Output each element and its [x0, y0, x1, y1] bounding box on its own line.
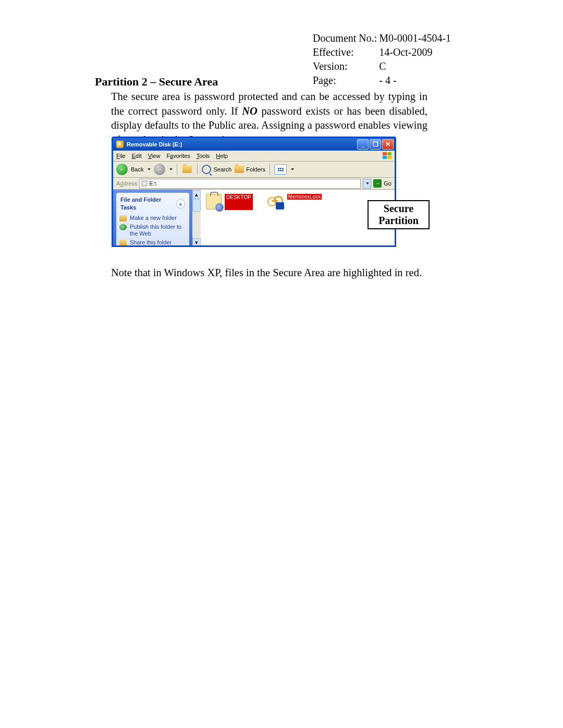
scroll-thumb[interactable]: [192, 199, 201, 212]
menu-favorites[interactable]: Favorites: [166, 152, 190, 160]
views-button[interactable]: [274, 164, 287, 175]
meta-label: Page:: [313, 73, 379, 88]
task-label: Share this folder: [130, 239, 172, 246]
back-dropdown-icon[interactable]: [148, 168, 151, 170]
file-item-memorexlock[interactable]: MemorexLock: [268, 194, 322, 209]
new-folder-icon: [119, 215, 127, 221]
search-label: Search: [213, 166, 231, 174]
file-item-desktop[interactable]: DESKTOP: [206, 194, 253, 210]
task-label: Publish this folder to the Web: [130, 224, 186, 237]
svg-rect-0: [383, 152, 387, 155]
drive-icon: [141, 180, 148, 187]
maximize-button[interactable]: ❐: [370, 139, 381, 150]
window-title: Removable Disk (E:): [127, 141, 182, 149]
meta-label: Version:: [313, 59, 379, 73]
windows-flag-icon: [381, 151, 394, 161]
minimize-button[interactable]: _: [357, 139, 369, 150]
globe-icon: [119, 224, 127, 230]
doc-meta-block: Document No.: M0-0001-4504-1 Effective: …: [313, 31, 453, 88]
folder-up-icon: [182, 166, 192, 173]
file-label-highlighted: MemorexLock: [287, 194, 322, 200]
separator: [270, 164, 270, 175]
scroll-down-button[interactable]: ▾: [192, 238, 201, 246]
meta-value: M0-0001-4504-1: [379, 31, 453, 45]
lock-icon: [268, 194, 284, 209]
titlebar[interactable]: Removable Disk (E:) _ ❐ ✕: [113, 138, 395, 151]
meta-label: Document No.:: [313, 31, 379, 45]
file-label-highlighted: DESKTOP: [225, 194, 253, 210]
svg-rect-3: [387, 156, 391, 159]
scroll-up-button[interactable]: ▴: [192, 190, 201, 199]
share-folder-icon: [119, 240, 127, 246]
toolbar: ← Back → Search Folders: [113, 162, 395, 178]
back-button[interactable]: ←: [116, 164, 128, 175]
menu-view[interactable]: View: [148, 152, 161, 160]
meta-label: Effective:: [313, 45, 379, 59]
meta-value: C: [379, 59, 453, 73]
search-button[interactable]: Search: [202, 165, 231, 174]
note-paragraph: Note that in Windows XP, files in the Se…: [111, 266, 427, 280]
folder-icon: [235, 166, 244, 173]
separator: [177, 164, 177, 175]
collapse-button[interactable]: ▴: [176, 199, 185, 208]
address-bar: Address E:\ → Go: [113, 178, 395, 190]
emphasis-no: NO: [242, 105, 258, 117]
scrollbar[interactable]: ▴ ▾: [192, 190, 201, 247]
menubar: File Edit View Favorites Tools Help: [113, 151, 395, 162]
task-item[interactable]: Make a new folder: [119, 214, 186, 223]
address-label: Address: [116, 180, 137, 188]
task-label: Make a new folder: [130, 215, 177, 221]
callout-box: Secure Partition: [368, 200, 430, 229]
task-item[interactable]: Publish this folder to the Web: [119, 223, 186, 238]
file-pane[interactable]: DESKTOP MemorexLock: [201, 190, 395, 247]
back-label[interactable]: Back: [131, 166, 143, 174]
tasks-card: File and Folder Tasks ▴ Make a new folde…: [116, 193, 189, 247]
views-icon: [278, 168, 284, 171]
svg-rect-2: [383, 156, 387, 159]
forward-button[interactable]: →: [154, 164, 165, 175]
address-field[interactable]: E:\: [139, 179, 361, 189]
config-file-icon: [206, 194, 222, 209]
meta-value: - 4 -: [379, 73, 453, 88]
menu-tools[interactable]: Tools: [197, 152, 210, 160]
address-value: E:\: [149, 180, 156, 188]
go-label[interactable]: Go: [384, 180, 391, 188]
close-button[interactable]: ✕: [382, 139, 394, 150]
explorer-window: Removable Disk (E:) _ ❐ ✕ File Edit View…: [112, 137, 396, 247]
callout-line: Secure: [384, 203, 413, 214]
menu-edit[interactable]: Edit: [132, 152, 142, 160]
separator: [197, 164, 198, 175]
views-dropdown-icon[interactable]: [291, 168, 294, 170]
menu-help[interactable]: Help: [216, 152, 228, 160]
chevron-down-icon: [366, 182, 369, 184]
folders-button[interactable]: Folders: [235, 166, 265, 174]
go-button[interactable]: →: [373, 179, 382, 188]
folders-label: Folders: [246, 166, 265, 174]
tasks-heading: File and Folder Tasks: [120, 196, 176, 212]
search-icon: [202, 165, 211, 174]
svg-rect-1: [387, 152, 391, 155]
task-item[interactable]: Share this folder: [119, 238, 186, 247]
meta-value: 14-Oct-2009: [379, 45, 453, 59]
side-panel: File and Folder Tasks ▴ Make a new folde…: [113, 190, 192, 247]
drive-icon: [116, 141, 124, 148]
forward-dropdown-icon[interactable]: [169, 168, 173, 170]
callout-line: Partition: [378, 215, 419, 226]
address-dropdown[interactable]: [363, 179, 371, 189]
menu-file[interactable]: File: [116, 152, 126, 160]
up-button[interactable]: [181, 164, 193, 175]
section-heading: Partition 2 – Secure Area: [95, 74, 218, 90]
